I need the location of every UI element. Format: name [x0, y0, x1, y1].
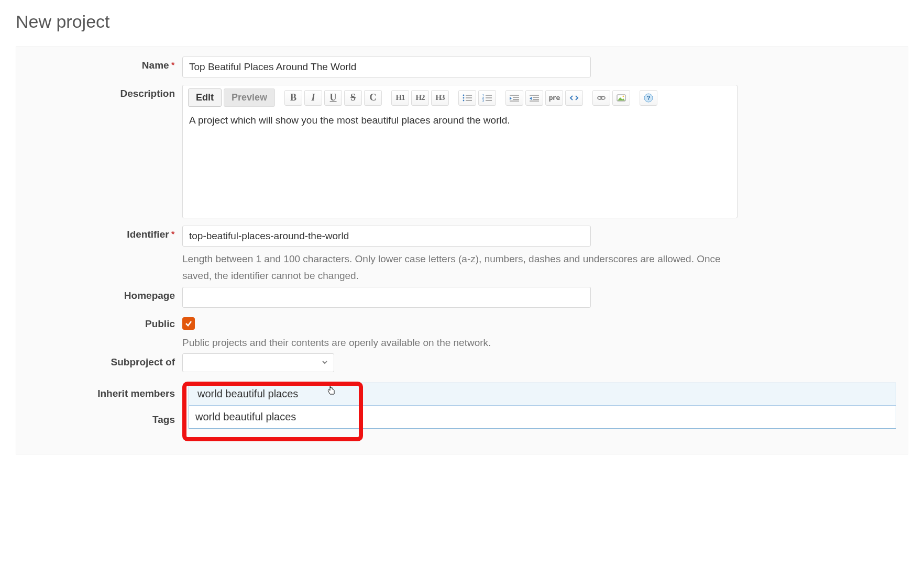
image-button[interactable] [612, 90, 630, 106]
homepage-input[interactable] [182, 287, 591, 308]
inline-code-button[interactable]: C [364, 90, 382, 106]
ol-button[interactable]: 123 [478, 90, 496, 106]
link-button[interactable] [592, 90, 610, 106]
form-panel: Name* Description Edit Preview B I U S [16, 47, 908, 454]
chevron-down-icon [321, 357, 328, 369]
italic-button[interactable]: I [304, 90, 322, 106]
subproject-label: Subproject of [28, 353, 182, 368]
identifier-label: Identifier* [28, 226, 182, 240]
editor-toolbar: Edit Preview B I U S C H1 H2 H3 [183, 85, 737, 110]
description-label: Description [28, 85, 182, 99]
identifier-help: Length between 1 and 100 characters. Onl… [182, 251, 738, 285]
public-help: Public projects and their contents are o… [182, 334, 738, 351]
svg-marker-21 [530, 97, 532, 100]
tags-input[interactable] [189, 406, 896, 428]
svg-point-2 [463, 99, 465, 101]
public-label: Public [28, 315, 182, 330]
description-textarea[interactable]: A project which will show you the most b… [183, 110, 737, 215]
identifier-input[interactable] [182, 226, 591, 247]
h3-button[interactable]: H3 [431, 90, 449, 106]
name-input[interactable] [182, 57, 591, 77]
svg-text:3: 3 [482, 99, 484, 102]
strike-button[interactable]: S [344, 90, 362, 106]
name-label: Name* [28, 57, 182, 71]
cursor-hand-icon [326, 385, 337, 399]
h2-button[interactable]: H2 [411, 90, 429, 106]
ul-button[interactable] [458, 90, 476, 106]
tab-edit[interactable]: Edit [188, 88, 222, 107]
tab-preview[interactable]: Preview [224, 88, 275, 107]
tags-autocomplete-item[interactable]: world beautiful places [189, 383, 896, 406]
code-block-button[interactable] [565, 90, 583, 106]
outdent-button[interactable] [505, 90, 523, 106]
autocomplete-text: world beautiful places [197, 388, 298, 400]
homepage-label: Homepage [28, 287, 182, 302]
inherit-label: Inherit members [28, 380, 182, 399]
svg-point-0 [463, 94, 465, 96]
indent-button[interactable] [525, 90, 543, 106]
svg-marker-16 [510, 97, 512, 100]
svg-text:?: ? [647, 95, 651, 101]
subproject-select[interactable] [182, 353, 334, 372]
pre-button[interactable]: pre [545, 90, 563, 106]
bold-button[interactable]: B [284, 90, 302, 106]
page-title: New project [16, 12, 908, 32]
svg-point-1 [463, 97, 465, 98]
description-editor: Edit Preview B I U S C H1 H2 H3 [182, 85, 738, 218]
underline-button[interactable]: U [324, 90, 342, 106]
svg-point-26 [623, 95, 624, 97]
public-checkbox[interactable] [182, 317, 195, 330]
h1-button[interactable]: H1 [391, 90, 409, 106]
help-button[interactable]: ? [640, 90, 657, 106]
